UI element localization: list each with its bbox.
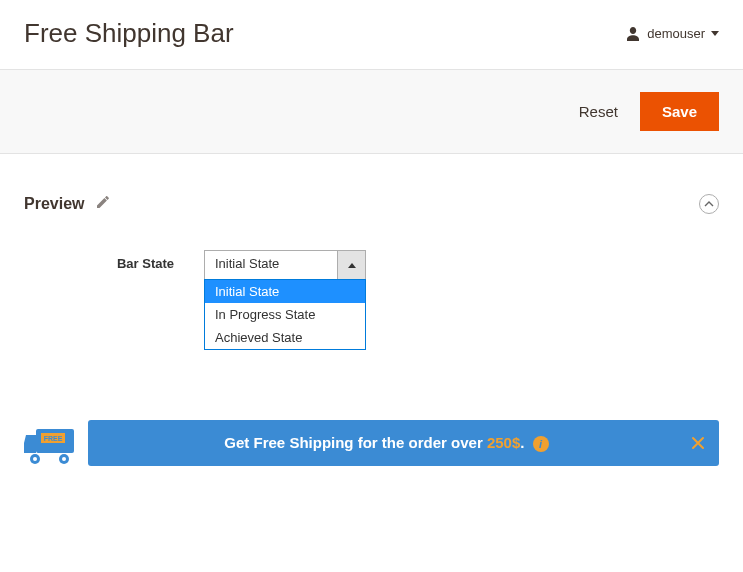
bar-state-label: Bar State bbox=[24, 250, 204, 271]
info-icon[interactable]: i bbox=[533, 436, 549, 452]
svg-point-6 bbox=[62, 457, 66, 461]
shipping-message: Get Free Shipping for the order over 250… bbox=[104, 434, 669, 452]
dropdown-option[interactable]: Achieved State bbox=[205, 326, 365, 349]
shipping-bar: Get Free Shipping for the order over 250… bbox=[88, 420, 719, 466]
bar-state-dropdown[interactable]: Initial State bbox=[204, 250, 366, 280]
svg-point-4 bbox=[33, 457, 37, 461]
action-bar: Reset Save bbox=[0, 69, 743, 154]
section-title: Preview bbox=[24, 195, 84, 213]
user-icon bbox=[625, 26, 641, 42]
dropdown-list: Initial State In Progress State Achieved… bbox=[204, 279, 366, 350]
collapse-toggle[interactable] bbox=[699, 194, 719, 214]
save-button[interactable]: Save bbox=[640, 92, 719, 131]
close-icon[interactable] bbox=[691, 436, 705, 450]
chevron-up-icon bbox=[337, 251, 365, 279]
reset-button[interactable]: Reset bbox=[579, 103, 618, 120]
svg-text:FREE: FREE bbox=[44, 435, 63, 442]
pencil-icon[interactable] bbox=[96, 195, 110, 213]
page-title: Free Shipping Bar bbox=[24, 18, 234, 49]
dropdown-selected-text: Initial State bbox=[205, 251, 337, 279]
dropdown-option[interactable]: Initial State bbox=[205, 280, 365, 303]
dropdown-option[interactable]: In Progress State bbox=[205, 303, 365, 326]
user-menu[interactable]: demouser bbox=[625, 26, 719, 42]
caret-down-icon bbox=[711, 31, 719, 36]
username: demouser bbox=[647, 26, 705, 41]
truck-icon: FREE bbox=[24, 423, 80, 463]
